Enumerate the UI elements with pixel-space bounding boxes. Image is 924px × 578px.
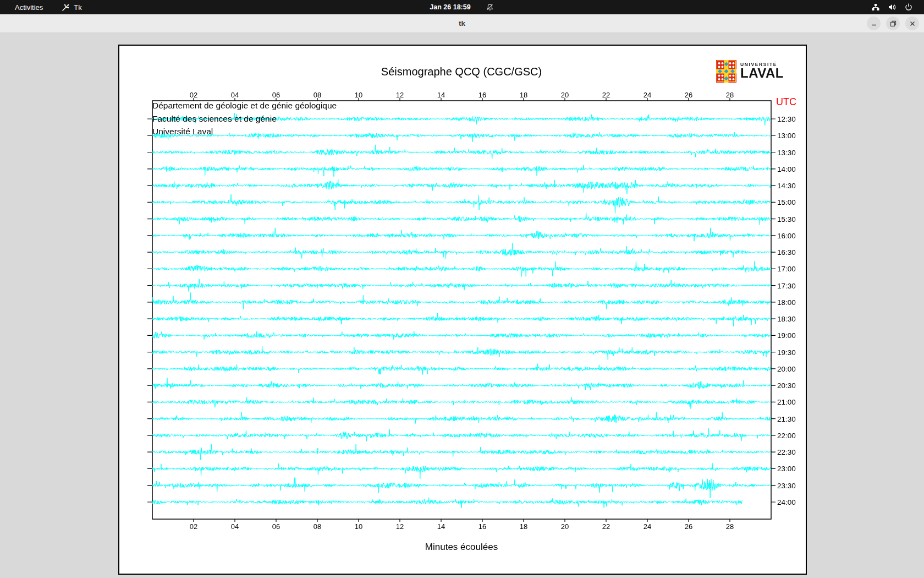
header-line-2: Faculté des sciences et de génie [152, 112, 337, 126]
close-icon [909, 20, 916, 27]
minimize-icon [871, 20, 877, 27]
x-tick-label-top: 10 [355, 91, 362, 99]
x-tick-label-bottom: 24 [644, 522, 651, 531]
x-tick-label-top: 22 [602, 91, 610, 99]
x-tick-label-top: 02 [190, 91, 197, 99]
clock-label: Jan 26 18:59 [430, 3, 470, 11]
trace-time-label: 15:30 [777, 215, 796, 223]
x-tick-label-bottom: 16 [479, 522, 486, 531]
header-line-1: Département de géologie et de génie géol… [152, 99, 337, 112]
x-tick-label-bottom: 10 [355, 522, 362, 531]
trace-time-label: 23:00 [777, 465, 796, 473]
x-tick-label-bottom: 02 [190, 522, 197, 531]
x-tick-label-top: 12 [396, 91, 404, 99]
restore-icon [890, 20, 897, 27]
window-titlebar[interactable]: tk [0, 14, 924, 33]
x-tick-label-top: 04 [231, 91, 239, 99]
trace-time-label: 21:00 [777, 398, 796, 406]
tk-icon [62, 3, 70, 12]
x-axis-title: Minutes écoulées [425, 542, 498, 553]
institution-header: Département de géologie et de génie géol… [152, 99, 337, 138]
trace-time-label: 15:00 [777, 198, 796, 206]
x-tick-label-top: 20 [561, 91, 569, 99]
x-tick-label-bottom: 08 [314, 522, 321, 531]
header-line-3: Université Laval [152, 125, 337, 138]
clock-menu[interactable]: Jan 26 18:59 [430, 3, 494, 12]
trace-time-label: 12:30 [777, 115, 796, 123]
trace-time-label: 19:00 [777, 331, 796, 340]
utc-label: UTC [776, 96, 796, 108]
notifications-muted-icon [486, 3, 494, 12]
trace-time-label: 18:00 [777, 298, 796, 306]
power-icon [904, 3, 913, 12]
trace-time-label: 18:30 [777, 315, 796, 323]
volume-icon [888, 3, 897, 12]
trace-time-label: 22:30 [777, 448, 796, 456]
window-title: tk [0, 14, 924, 32]
trace-time-label: 17:30 [777, 281, 796, 290]
x-tick-label-top: 06 [272, 91, 280, 99]
x-tick-label-top: 26 [685, 91, 692, 99]
trace-time-label: 20:00 [777, 364, 796, 373]
system-status-area[interactable] [871, 3, 913, 12]
network-icon [871, 3, 880, 12]
app-indicator-label: Tk [74, 3, 81, 12]
x-tick-label-top: 18 [520, 91, 527, 99]
trace-time-label: 14:00 [777, 165, 796, 173]
trace-time-label: 16:30 [777, 248, 796, 257]
x-tick-label-top: 08 [314, 91, 321, 99]
maximize-button[interactable] [886, 17, 900, 30]
x-tick-label-top: 28 [726, 91, 734, 99]
gnome-top-bar: Activities Tk Jan 26 18:59 [0, 0, 924, 14]
x-tick-label-top: 16 [479, 91, 486, 99]
plot-title: Séismographe QCQ (CGC/GSC) [381, 66, 542, 78]
trace-time-label: 24:00 [777, 498, 796, 506]
activities-button[interactable]: Activities [15, 3, 43, 12]
close-button[interactable] [905, 17, 919, 30]
trace-time-label: 16:00 [777, 231, 796, 239]
x-tick-label-top: 14 [437, 91, 445, 99]
trace-time-label: 22:00 [777, 431, 796, 439]
trace-time-label: 13:00 [777, 132, 796, 140]
universite-laval-logo: UNIVERSITÉ LAVAL [716, 60, 784, 85]
trace-time-label: 17:00 [777, 265, 796, 273]
laval-crest-icon [716, 60, 736, 85]
app-indicator-tk[interactable]: Tk [62, 3, 81, 12]
trace-time-label: 23:30 [777, 481, 796, 489]
trace-time-label: 21:30 [777, 415, 796, 423]
x-tick-label-bottom: 26 [685, 522, 692, 531]
x-tick-label-bottom: 18 [520, 522, 527, 531]
trace-time-label: 13:30 [777, 148, 796, 156]
x-tick-label-bottom: 06 [272, 522, 280, 531]
x-tick-label-top: 24 [644, 91, 651, 99]
x-tick-label-bottom: 12 [396, 522, 404, 531]
x-tick-label-bottom: 20 [561, 522, 569, 531]
x-tick-label-bottom: 28 [726, 522, 734, 531]
x-tick-label-bottom: 22 [602, 522, 610, 531]
logo-laval-text: LAVAL [740, 67, 784, 79]
trace-time-label: 14:30 [777, 182, 796, 190]
trace-time-label: 19:30 [777, 348, 796, 356]
x-tick-label-bottom: 14 [437, 522, 445, 531]
minimize-button[interactable] [867, 17, 881, 30]
x-tick-label-bottom: 04 [231, 522, 239, 531]
seismograph-canvas: Département de géologie et de génie géol… [118, 45, 807, 575]
trace-time-label: 20:30 [777, 381, 796, 390]
